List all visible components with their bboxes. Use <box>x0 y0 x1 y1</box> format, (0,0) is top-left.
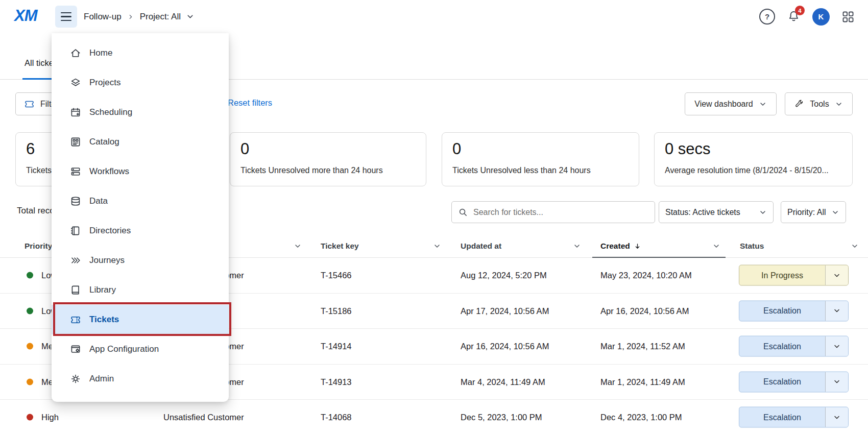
status-badge[interactable]: Escalation <box>739 407 849 428</box>
chevron-down-icon[interactable] <box>851 242 859 250</box>
menu-item-label: Scheduling <box>89 107 132 117</box>
stat-label: Average resolution time (8/1/2024 - 8/15… <box>665 166 842 175</box>
notifications-button[interactable]: 4 <box>787 10 801 23</box>
menu-item-catalog[interactable]: Catalog <box>52 127 229 157</box>
created-cell: Dec 4, 2023, 1:00 PM <box>600 413 682 422</box>
chevron-down-icon <box>759 208 767 216</box>
menu-item-directories[interactable]: Directories <box>52 216 229 246</box>
priority-dot <box>27 307 33 314</box>
column-header-priority[interactable]: Priority <box>25 234 52 258</box>
top-bar: XM Follow-up Project: All ? <box>0 0 868 33</box>
menu-item-library[interactable]: Library <box>52 275 229 305</box>
menu-item-label: Workflows <box>89 166 129 177</box>
menu-item-projects[interactable]: Projects <box>52 68 229 98</box>
menu-item-workflows[interactable]: Workflows <box>52 157 229 186</box>
created-cell: Mar 1, 2024, 11:52 AM <box>600 342 685 351</box>
column-header-status: Status <box>740 234 764 258</box>
stat-value: 0 secs <box>665 139 842 159</box>
projects-icon <box>70 77 81 88</box>
help-button[interactable]: ? <box>759 9 775 25</box>
chevron-down-icon[interactable] <box>825 301 848 321</box>
stat-value: 0 <box>452 139 629 159</box>
project-selector-label: Project: All <box>140 12 181 22</box>
priority-dot <box>27 272 33 279</box>
app-switcher-button[interactable] <box>841 10 855 23</box>
ticket-search-box <box>451 201 655 223</box>
notification-count-badge: 4 <box>795 6 805 15</box>
menu-item-home[interactable]: Home <box>52 38 229 68</box>
stat-label: Tickets Unresolved less than 24 hours <box>452 166 629 175</box>
menu-item-label: Admin <box>89 374 114 384</box>
wrench-icon <box>794 99 804 109</box>
menu-item-journeys[interactable]: Journeys <box>52 246 229 275</box>
menu-item-app-configuration[interactable]: App Configuration <box>52 334 229 364</box>
updated-at-cell: Apr 16, 2024, 10:56 AM <box>461 342 549 351</box>
created-cell: Mar 1, 2024, 11:49 AM <box>600 377 685 387</box>
priority-dot <box>27 414 33 421</box>
status-badge[interactable]: Escalation <box>739 336 849 357</box>
chevron-down-icon[interactable] <box>825 407 848 427</box>
chevron-down-icon[interactable] <box>433 242 441 250</box>
status-badge[interactable]: Escalation <box>739 300 849 321</box>
status-label: Escalation <box>739 407 825 427</box>
status-filter-value: Status: Active tickets <box>665 208 740 217</box>
ticket-key-cell: T-15186 <box>321 306 352 316</box>
data-icon <box>70 196 81 207</box>
topbar-actions: ? 4 K <box>759 0 855 33</box>
menu-item-tickets[interactable]: Tickets <box>52 305 229 334</box>
priority-cell: High <box>41 413 59 422</box>
priority-filter-dropdown[interactable]: Priority: All <box>781 201 846 223</box>
app-root: All tickets Filter Reset filters View da… <box>0 0 868 434</box>
chevron-down-icon <box>759 100 767 108</box>
chevron-down-icon[interactable] <box>294 242 302 250</box>
ticket-icon <box>24 99 35 109</box>
column-header-updated-at[interactable]: Updated at <box>461 234 501 258</box>
view-dashboard-button[interactable]: View dashboard <box>685 92 777 115</box>
status-filter-dropdown[interactable]: Status: Active tickets <box>659 201 774 223</box>
menu-item-scheduling[interactable]: Scheduling <box>52 98 229 127</box>
menu-item-label: Projects <box>89 78 120 88</box>
column-header-created[interactable]: Created <box>600 234 641 258</box>
chevron-down-icon[interactable] <box>825 336 848 356</box>
search-input[interactable] <box>472 207 648 218</box>
hamburger-menu-button[interactable] <box>55 6 77 28</box>
help-icon: ? <box>759 9 775 25</box>
view-dashboard-label: View dashboard <box>694 100 753 109</box>
breadcrumb-follow-up[interactable]: Follow-up <box>84 12 122 22</box>
chevron-down-icon[interactable] <box>825 266 848 285</box>
apps-grid-icon <box>841 10 855 23</box>
menu-item-label: Tickets <box>89 315 119 325</box>
table-row[interactable]: High Unsatisfied Customer T-14068 Dec 5,… <box>0 400 868 434</box>
status-badge[interactable]: In Progress <box>739 265 849 286</box>
xm-logo[interactable]: XM <box>14 7 37 25</box>
status-label: Escalation <box>739 372 825 392</box>
tools-button[interactable]: Tools <box>785 92 853 115</box>
created-cell: Apr 16, 2024, 10:56 AM <box>600 306 689 316</box>
menu-item-admin[interactable]: Admin <box>52 364 229 394</box>
navigation-menu-panel: Home Projects Scheduling Catalog Workflo <box>52 33 229 402</box>
chevron-down-icon[interactable] <box>712 242 720 250</box>
chevron-down-icon[interactable] <box>573 242 581 250</box>
user-avatar[interactable]: K <box>812 8 830 26</box>
stat-card-unresolved-less-24h: 0 Tickets Unresolved less than 24 hours <box>442 132 639 186</box>
home-icon <box>70 47 81 59</box>
priority-dot <box>27 343 33 350</box>
ticket-name-cell: Unsatisfied Customer <box>163 413 244 422</box>
ticket-key-cell: T-14068 <box>321 413 352 422</box>
status-badge[interactable]: Escalation <box>739 371 849 392</box>
scheduling-icon <box>70 107 81 118</box>
menu-item-label: Data <box>89 196 108 206</box>
reset-filters-link[interactable]: Reset filters <box>228 98 272 108</box>
status-label: Escalation <box>739 336 825 356</box>
status-label: Escalation <box>739 301 825 321</box>
app-configuration-icon <box>70 344 81 355</box>
chevron-down-icon[interactable] <box>825 372 848 392</box>
menu-item-data[interactable]: Data <box>52 186 229 216</box>
column-header-ticket-key[interactable]: Ticket key <box>321 234 359 258</box>
menu-item-label: Directories <box>89 226 131 236</box>
menu-item-label: Home <box>89 48 112 58</box>
project-selector[interactable]: Project: All <box>140 12 195 22</box>
menu-item-label: Library <box>89 285 116 295</box>
library-icon <box>70 284 81 296</box>
chevron-down-icon <box>831 208 839 216</box>
